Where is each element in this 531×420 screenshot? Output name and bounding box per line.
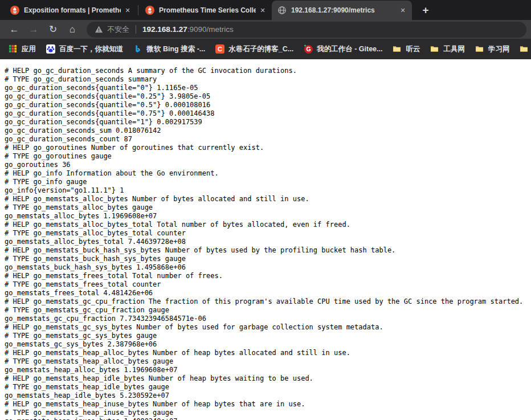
prometheus-icon [10,6,19,15]
folder-icon [430,44,439,54]
close-icon[interactable]: ✕ [123,6,132,15]
svg-text:C: C [218,46,222,52]
gitee-icon: G [304,44,313,54]
tab-exposition-formats[interactable]: Exposition formats | Promethe ✕ [5,1,137,20]
bookmark-csdn[interactable]: C 水巷石子的博客_C... [210,42,299,56]
bookmark-label: 应用 [22,44,36,54]
toolbar: ← → ↻ ⌂ 不安全 192.168.1.27:9090/metrics [0,20,531,39]
page-content[interactable]: # HELP go_gc_duration_seconds A summary … [0,59,531,420]
bookmark-label: 我的工作台 - Gitee... [317,44,382,54]
bookmark-folder-study[interactable]: 学习网 [470,42,515,56]
bookmark-label: 水巷石子的博客_C... [228,44,293,54]
forward-icon[interactable]: → [26,22,41,37]
reload-icon[interactable]: ↻ [46,22,60,37]
security-label[interactable]: 不安全 [107,25,129,35]
url-host: 192.168.1.27 [142,25,187,34]
globe-icon [277,6,287,15]
bing-icon [134,44,143,54]
bookmark-baidu[interactable]: 百度一下，你就知道 [41,42,129,56]
omnibox-divider [136,25,136,34]
tab-title: 192.168.1.27:9090/metrics [291,6,396,14]
bookmark-bing[interactable]: 微软 Bing 搜索 -... [129,42,211,56]
csdn-icon: C [215,44,224,54]
tab-strip: Exposition formats | Promethe ✕ Promethe… [0,0,531,20]
tab-title: Prometheus Time Series Colle [159,6,256,14]
url-text[interactable]: 192.168.1.27:9090/metrics [142,25,234,34]
url-path: :9090/metrics [187,25,234,34]
warning-icon [95,25,103,34]
bookmark-label: 学习网 [488,44,510,54]
apps-grid-icon [9,44,18,54]
address-bar[interactable]: 不安全 192.168.1.27:9090/metrics [87,22,526,38]
folder-icon [393,44,402,54]
bookmark-folder-tools[interactable]: 工具网 [425,42,470,56]
close-icon[interactable]: ✕ [258,6,267,15]
bookmark-apps[interactable]: 应用 [3,42,41,56]
svg-text:G: G [307,46,311,52]
bookmark-label: 百度一下，你就知道 [59,44,124,54]
tab-title: Exposition formats | Promethe [24,6,121,14]
home-icon[interactable]: ⌂ [65,22,80,37]
bookmark-label: 工具网 [443,44,465,54]
metrics-text: # HELP go_gc_duration_seconds A summary … [0,59,531,420]
prometheus-icon [145,6,154,15]
tab-prometheus-docs[interactable]: Prometheus Time Series Colle ✕ [140,1,272,20]
bookmarks-bar: 应用 百度一下，你就知道 微软 Bing 搜索 -... C 水巷石子的博客_C… [0,39,531,59]
close-icon[interactable]: ✕ [398,6,407,15]
tab-separator [138,5,138,15]
folder-icon [475,44,484,54]
bookmark-label: 听云 [406,44,420,54]
tab-metrics-active[interactable]: 192.168.1.27:9090/metrics ✕ [272,1,412,20]
baidu-icon [46,44,55,54]
bookmark-folder-tingyun[interactable]: 听云 [387,42,425,56]
new-tab-button[interactable]: + [418,2,434,18]
bookmark-label: 微软 Bing 搜索 -... [147,44,206,54]
bookmark-folder-personal[interactable]: 个人 [514,42,531,56]
back-icon[interactable]: ← [7,22,22,37]
bookmark-gitee[interactable]: G 我的工作台 - Gitee... [299,42,387,56]
folder-icon [520,44,529,54]
